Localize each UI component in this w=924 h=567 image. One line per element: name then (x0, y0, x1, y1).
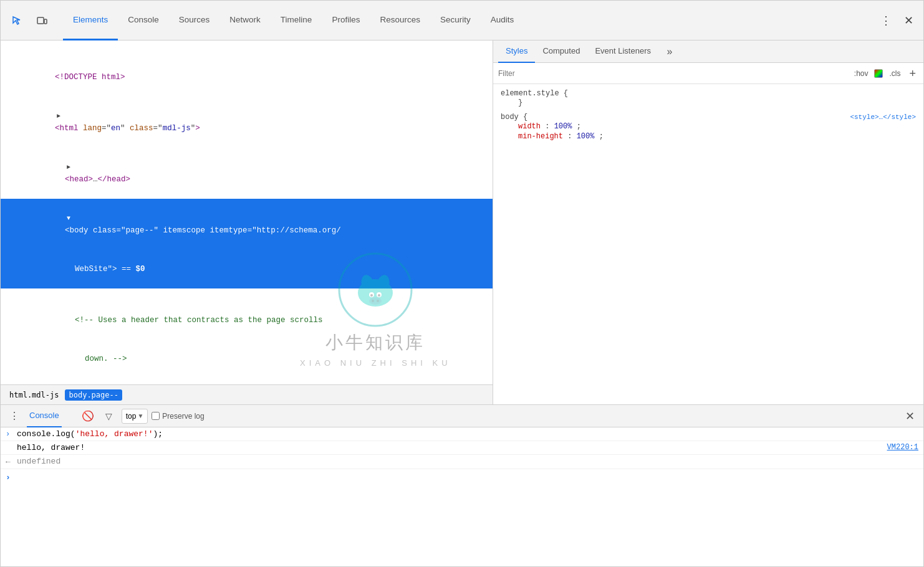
style-closing-element: } (501, 98, 916, 108)
console-more-button[interactable]: ⋮ (6, 407, 23, 425)
filter-icon: ▽ (105, 411, 112, 421)
cls-button[interactable]: .cls (887, 68, 903, 79)
preserve-log-checkbox[interactable] (152, 412, 160, 420)
more-tools-button[interactable]: ⋮ (876, 11, 896, 31)
context-selector[interactable]: top ▼ (122, 409, 148, 424)
tab-profiles[interactable]: Profiles (322, 1, 370, 40)
dom-line-body-2[interactable]: WebSite"> == $0 (1, 250, 493, 288)
style-rule-body-dots (501, 141, 916, 143)
console-row-input: › console.log('hello, drawer!'); (1, 427, 923, 441)
triangle-html[interactable]: ► (55, 112, 62, 122)
triangle-body[interactable]: ▼ (65, 214, 72, 224)
dom-line-div[interactable]: ► <div class="mdl-layout__container">…</… (1, 378, 493, 384)
main-toolbar: Elements Console Sources Network Timelin… (1, 1, 923, 40)
dom-line-comment[interactable]: <!-- Uses a header that contracts as the… (1, 288, 493, 340)
dom-line-doctype[interactable]: <!DOCTYPE html> (1, 45, 493, 97)
element-picker-button[interactable] (6, 9, 28, 32)
styles-filter-input[interactable] (498, 69, 847, 78)
add-style-rule-button[interactable]: + (907, 67, 918, 80)
styles-panel: Styles Computed Event Listeners » :hov (493, 40, 923, 404)
pseudo-class-button[interactable]: :hov (852, 68, 871, 79)
console-row-return: ← undefined (1, 455, 923, 469)
triangle-comment (75, 303, 82, 313)
style-prop-min-height[interactable]: min-height : 100% ; (501, 131, 916, 141)
breadcrumb-body[interactable]: body.page-- (65, 389, 122, 401)
style-rule-body: body { <style>…</style> width : 100% ; m… (493, 110, 923, 145)
styles-tabs-more-button[interactable]: » (661, 43, 678, 60)
tab-network[interactable]: Network (219, 1, 271, 40)
tab-styles[interactable]: Styles (498, 40, 535, 63)
close-console-button[interactable]: ✕ (901, 407, 918, 425)
triangle-doctype (55, 60, 62, 70)
dom-line-html[interactable]: ► <html lang="en" class="mdl-js"> (1, 97, 493, 148)
toolbar-right-controls: ⋮ ✕ (876, 11, 918, 31)
triangle-head[interactable]: ► (65, 163, 72, 173)
styles-content: element.style { } body { <style>…</style… (493, 84, 923, 404)
elements-panel: <!DOCTYPE html> ► <html lang="en" class=… (1, 40, 493, 404)
tab-event-listeners[interactable]: Event Listeners (587, 40, 658, 63)
console-toolbar: ⋮ Console 🚫 ▽ top ▼ Preserve log ✕ (1, 405, 923, 427)
console-output-arrow-icon (6, 443, 17, 444)
tab-elements[interactable]: Elements (63, 1, 118, 40)
preserve-log-label[interactable]: Preserve log (152, 412, 204, 421)
styles-filter-bar: :hov .cls + (493, 63, 923, 84)
breadcrumb-html[interactable]: html.mdl-js (6, 389, 62, 401)
dom-line-comment-2: down. --> (1, 340, 493, 378)
toolbar-icons (6, 9, 53, 32)
bottom-panel: ⋮ Console 🚫 ▽ top ▼ Preserve log ✕ (1, 404, 923, 566)
breadcrumb-bar: html.mdl-js body.page-- (1, 384, 493, 404)
filter-actions: :hov .cls + (852, 67, 918, 80)
devtools-window: Elements Console Sources Network Timelin… (0, 0, 924, 567)
tab-timeline[interactable]: Timeline (271, 1, 322, 40)
chevron-down-icon: ▼ (137, 412, 143, 419)
svg-rect-1 (44, 19, 47, 24)
style-prop-width[interactable]: width : 100% ; (501, 122, 916, 131)
styles-tabs: Styles Computed Event Listeners » (493, 40, 923, 63)
tab-resources[interactable]: Resources (370, 1, 430, 40)
tab-computed[interactable]: Computed (535, 40, 587, 63)
main-area: <!DOCTYPE html> ► <html lang="en" class=… (1, 40, 923, 404)
color-palette-icon[interactable] (874, 69, 883, 78)
device-toolbar-button[interactable] (31, 9, 53, 32)
console-clear-button[interactable]: 🚫 (79, 407, 97, 425)
tab-console[interactable]: Console (118, 1, 169, 40)
tab-audits[interactable]: Audits (481, 1, 524, 40)
console-row-output: hello, drawer! VM220:1 (1, 441, 923, 455)
console-input-arrow-icon: › (6, 429, 17, 439)
dom-line-body[interactable]: ▼ <body class="page--" itemscope itemtyp… (1, 199, 493, 250)
console-prompt-icon: › (6, 473, 17, 482)
console-input-row: › (1, 469, 923, 485)
console-input-field[interactable] (17, 473, 918, 482)
console-source-link[interactable]: VM220:1 (880, 443, 918, 452)
console-filter-button[interactable]: ▽ (100, 407, 118, 425)
style-selector-element[interactable]: element.style { (501, 89, 916, 98)
console-content: › console.log('hello, drawer!'); hello, … (1, 427, 923, 566)
tab-security[interactable]: Security (430, 1, 481, 40)
svg-rect-0 (37, 17, 44, 24)
main-tabs: Elements Console Sources Network Timelin… (63, 1, 524, 40)
no-entry-icon: 🚫 (82, 410, 94, 422)
dom-line-head[interactable]: ► <head>…</head> (1, 148, 493, 199)
console-return-arrow-icon: ← (6, 457, 17, 467)
console-tab[interactable]: Console (27, 405, 62, 427)
close-devtools-button[interactable]: ✕ (898, 11, 918, 31)
style-selector-body-row[interactable]: body { <style>…</style> (501, 113, 916, 122)
style-rule-element: element.style { } (493, 87, 923, 110)
tab-sources[interactable]: Sources (169, 1, 220, 40)
dom-tree: <!DOCTYPE html> ► <html lang="en" class=… (1, 40, 493, 384)
